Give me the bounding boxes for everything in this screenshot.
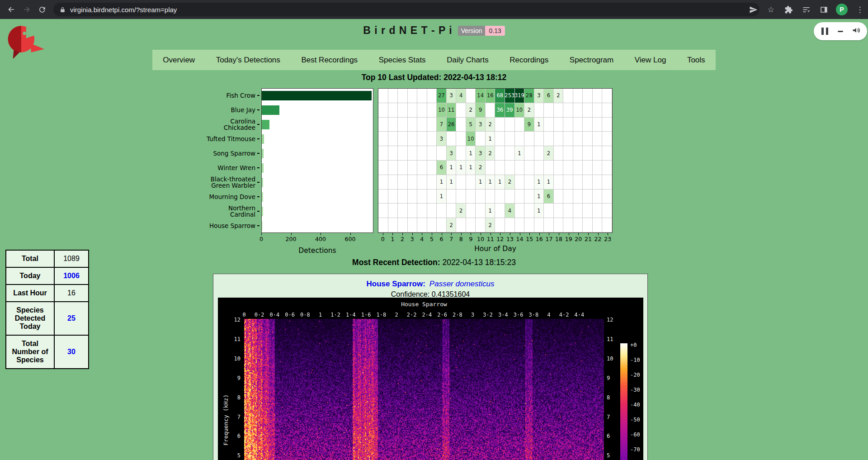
stat-value-link[interactable]: 30 <box>54 335 89 369</box>
stat-label: Last Hour <box>6 285 54 302</box>
heatmap-cell: 1 <box>466 146 476 161</box>
side-panel-button[interactable] <box>818 4 829 15</box>
nav-item-daily-charts[interactable]: Daily Charts <box>447 56 489 65</box>
heatmap-cell <box>515 190 525 204</box>
axis-tick <box>461 233 462 235</box>
heatmap-cell <box>573 161 583 175</box>
stats-row: Total Number of Species30 <box>6 335 89 369</box>
heatmap-cell <box>583 175 593 190</box>
spec-freq-tick: 6 <box>229 433 241 439</box>
heatmap-cell <box>398 118 408 132</box>
heatmap-cell <box>544 218 554 232</box>
detections-chart: Fish CrowBlue JayCarolinaChickadeeTufted… <box>190 88 615 275</box>
axis-tick-label: 7 <box>446 236 457 242</box>
pause-button[interactable] <box>820 28 829 35</box>
heatmap-cell: 39 <box>505 103 515 118</box>
frequency-axis-label: Frequency (kHz) <box>222 370 229 460</box>
heatmap-cell <box>466 89 476 103</box>
stat-label: Species Detected Today <box>6 302 54 335</box>
nav-item-recordings[interactable]: Recordings <box>509 56 548 65</box>
forward-button[interactable] <box>19 2 34 17</box>
heatmap-cell <box>563 132 573 146</box>
heatmap-cell <box>563 175 573 190</box>
heatmap-cell <box>515 218 525 232</box>
axis-tick <box>491 233 491 235</box>
heatmap-cell <box>602 118 612 132</box>
most-recent-heading: Most Recent Detection: 2022-04-13 18:15:… <box>0 258 868 267</box>
heatmap-cell <box>573 190 583 204</box>
heatmap-cell <box>563 89 573 103</box>
heatmap-cell <box>515 118 525 132</box>
heatmap-cell <box>417 132 427 146</box>
extensions-puzzle-icon <box>784 5 793 14</box>
heatmap-cell <box>573 146 583 161</box>
heatmap-cell <box>378 190 388 204</box>
heatmap-cell <box>534 161 544 175</box>
browser-menu-button[interactable]: ⋮ <box>854 4 865 15</box>
heatmap-cell <box>602 175 612 190</box>
heatmap-cell <box>554 132 564 146</box>
extensions-button[interactable] <box>783 4 794 15</box>
heatmap-cell <box>388 103 398 118</box>
heatmap-cell: 2 <box>554 89 564 103</box>
heatmap-cell <box>554 118 564 132</box>
stat-value-link[interactable]: 25 <box>54 302 89 335</box>
nav-item-best-recordings[interactable]: Best Recordings <box>301 56 358 65</box>
axis-tick <box>257 167 259 168</box>
axis-tick <box>350 233 351 235</box>
address-bar[interactable]: virginia.birdnetpi.com/?stream=play <box>53 3 760 16</box>
heatmap-cell <box>427 103 437 118</box>
reload-button[interactable] <box>34 2 50 17</box>
heatmap-cell <box>563 103 573 118</box>
heatmap-cell <box>602 89 612 103</box>
reading-list-button[interactable] <box>801 4 811 15</box>
back-button[interactable] <box>4 2 19 17</box>
bookmark-button[interactable]: ☆ <box>765 4 776 15</box>
axis-tick-label: 15 <box>524 236 535 242</box>
heatmap-cell <box>583 204 593 218</box>
species-link[interactable]: House Sparrow: <box>367 280 425 288</box>
nav-item-tools[interactable]: Tools <box>687 56 705 65</box>
heatmap-cell: 253 <box>505 89 515 103</box>
reading-list-icon <box>802 5 811 14</box>
heatmap-cell <box>417 89 427 103</box>
heatmap-cell: 2 <box>486 118 495 132</box>
spec-freq-tick: 6 <box>607 433 618 439</box>
audio-player[interactable] <box>814 22 867 40</box>
spec-time-tick: 4·4 <box>571 312 587 318</box>
seek-bar[interactable] <box>838 31 843 32</box>
send-to-device-button[interactable] <box>748 4 759 15</box>
heatmap-cell <box>554 204 564 218</box>
heatmap-cell <box>466 190 476 204</box>
heatmap-cell <box>417 190 427 204</box>
speaker-icon <box>852 26 861 35</box>
axis-tick <box>392 233 393 235</box>
nav-item-today-s-detections[interactable]: Today's Detections <box>216 56 280 65</box>
stat-value-link[interactable]: 1006 <box>54 267 89 285</box>
axis-tick <box>578 233 579 235</box>
url-text: virginia.birdnetpi.com/?stream=play <box>70 6 177 14</box>
stats-row: Last Hour16 <box>6 285 89 302</box>
scientific-name-link[interactable]: Passer domesticus <box>429 280 495 288</box>
axis-tick <box>500 233 500 235</box>
nav-item-view-log[interactable]: View Log <box>635 56 666 65</box>
heatmap-cell <box>524 132 534 146</box>
heatmap-cell <box>378 89 388 103</box>
bar <box>262 149 264 158</box>
heatmap-cell: 1 <box>447 161 457 175</box>
nav-item-species-stats[interactable]: Species Stats <box>379 56 426 65</box>
profile-avatar[interactable]: P <box>836 4 848 15</box>
axis-tick-label: 3 <box>407 236 418 242</box>
heatmap-cell: 3 <box>534 89 544 103</box>
spec-time-tick: 3·8 <box>525 312 542 318</box>
heatmap-cell <box>505 218 515 232</box>
heatmap-cell <box>573 218 583 232</box>
nav-item-spectrogram[interactable]: Spectrogram <box>570 56 613 65</box>
heatmap-cell: 27 <box>437 89 447 103</box>
spec-db-tick: -30 <box>630 387 640 393</box>
nav-item-overview[interactable]: Overview <box>163 56 195 65</box>
heatmap-cell: 10 <box>515 103 525 118</box>
axis-tick-label: 4 <box>416 236 427 242</box>
heatmap-cell: 6 <box>437 161 447 175</box>
volume-button[interactable] <box>852 26 861 37</box>
